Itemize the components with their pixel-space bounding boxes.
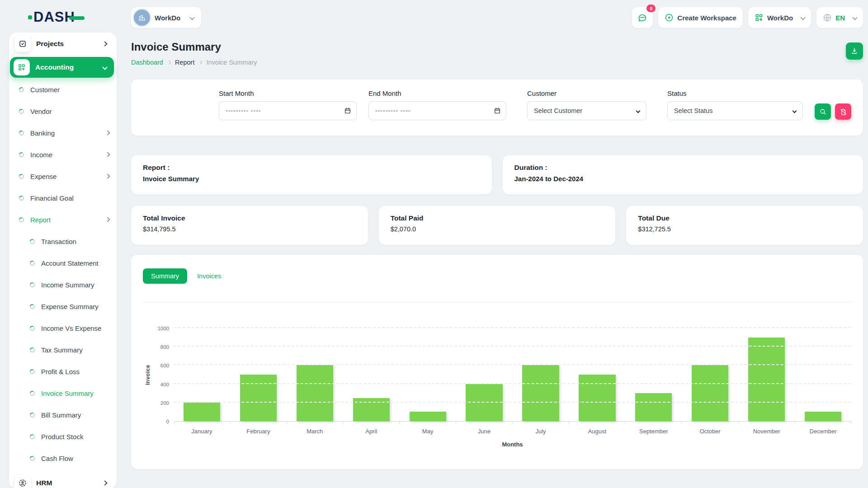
bar-february[interactable]: [240, 375, 277, 421]
bar-november[interactable]: [748, 338, 785, 421]
x-tick: [399, 422, 456, 424]
sidebar-item-product-stock[interactable]: Product Stock: [9, 431, 117, 442]
sidebar-item-tax-summary[interactable]: Tax Summary: [9, 344, 117, 355]
sidebar-item-income[interactable]: Income: [9, 149, 117, 160]
end-month-field: End Month: [368, 89, 506, 120]
messages-button[interactable]: 0: [632, 7, 653, 28]
bar-may[interactable]: [410, 412, 446, 421]
bullet-icon: [19, 152, 24, 157]
start-month-input[interactable]: [219, 101, 357, 120]
chevron-right-icon: [102, 41, 107, 46]
bar-december[interactable]: [805, 412, 841, 421]
tab-invoices[interactable]: Invoices: [192, 268, 226, 284]
hrm-person-icon: [14, 475, 31, 488]
language-selector[interactable]: EN: [816, 7, 863, 28]
sidebar-item-label: Banking: [30, 129, 55, 137]
sidebar-item-label: Vendor: [30, 108, 52, 115]
sidebar-item-projects[interactable]: Projects: [13, 35, 113, 52]
total-due-value: $312,725.5: [638, 225, 851, 233]
download-button[interactable]: [846, 42, 863, 60]
bar-band-may: [400, 328, 456, 421]
sidebar-item-income-summary[interactable]: Income Summary: [9, 279, 117, 290]
logo-dot: [28, 15, 32, 19]
x-tick: [456, 422, 512, 424]
sidebar-item-report[interactable]: Report: [9, 214, 117, 225]
sidebar-item-income-vs-expense[interactable]: Income Vs Expense: [9, 323, 117, 333]
create-workspace-button[interactable]: Create Workspace: [658, 7, 743, 28]
x-tick: [681, 422, 738, 424]
status-select[interactable]: Select Status: [667, 101, 803, 120]
end-month-input[interactable]: [368, 101, 506, 120]
y-tick-label: 600: [160, 363, 169, 368]
workspace-menu[interactable]: WorkDo: [748, 7, 811, 28]
x-tick: [287, 422, 343, 424]
dash-logo[interactable]: DASH: [9, 6, 118, 28]
sidebar-item-label: Financial Goal: [30, 194, 74, 202]
workspace-name: WorkDo: [155, 14, 180, 22]
sidebar-item-cash-flow[interactable]: Cash Flow: [9, 453, 117, 464]
y-tick-label: 0: [166, 419, 169, 424]
sidebar-item-customer[interactable]: Customer: [9, 84, 117, 95]
sidebar-item-invoice-summary[interactable]: Invoice Summary: [9, 388, 117, 399]
chevron-down-icon: [852, 15, 857, 20]
total-due-card: Total Due$312,725.5: [626, 206, 863, 245]
sidebar-item-expense-summary[interactable]: Expense Summary: [9, 301, 117, 312]
sidebar-item-label: Expense: [30, 173, 57, 180]
tab-summary[interactable]: Summary: [143, 268, 187, 284]
bar-july[interactable]: [522, 365, 559, 421]
customer-select[interactable]: Select Customer: [527, 101, 646, 120]
breadcrumb-dashboard[interactable]: Dashboard: [131, 59, 163, 66]
sidebar-item-profit-loss[interactable]: Profit & Loss: [9, 366, 117, 377]
bar-september[interactable]: [635, 393, 672, 421]
bullet-icon: [19, 131, 24, 136]
chart-tabs: Summary Invoices: [143, 268, 851, 284]
total-invoice-card: Total Invoice$314,795.5: [131, 206, 368, 245]
sidebar-item-accounting[interactable]: Accounting: [10, 57, 114, 78]
page-title-block: Invoice Summary DashboardReportInvoice S…: [131, 41, 257, 66]
sidebar-item-hrm[interactable]: HRM: [13, 474, 113, 488]
bullet-icon: [30, 261, 35, 266]
breadcrumb-report[interactable]: Report: [175, 59, 195, 66]
workspace-selector[interactable]: WorkDo: [131, 7, 201, 28]
search-button[interactable]: [815, 103, 831, 120]
bar-january[interactable]: [184, 403, 220, 421]
sidebar-item-expense[interactable]: Expense: [9, 171, 117, 182]
sidebar-item-transaction[interactable]: Transaction: [9, 236, 117, 247]
bullet-icon: [30, 347, 35, 352]
x-label-march: March: [287, 428, 343, 435]
logo-text: DASH: [33, 9, 75, 25]
sidebar-item-label: Income Vs Expense: [41, 324, 101, 332]
sidebar-item-banking[interactable]: Banking: [9, 127, 117, 138]
total-invoice-label: Total Invoice: [143, 214, 356, 222]
breadcrumb-separator-icon: [198, 61, 202, 64]
bar-band-august: [569, 328, 625, 421]
sidebar-nav-panel: Projects Accounting CustomerVendorBankin…: [9, 33, 117, 488]
sidebar-item-label: HRM: [36, 479, 52, 487]
app-root: DASH Projects Accounting CustomerVendorB…: [0, 0, 868, 488]
bullet-icon: [30, 304, 35, 309]
x-tick: [512, 422, 569, 424]
x-axis-labels: JanuaryFebruaryMarchAprilMayJuneJulyAugu…: [174, 428, 851, 435]
bar-band-february: [230, 328, 287, 421]
sidebar-item-financial-goal[interactable]: Financial Goal: [9, 192, 117, 203]
chevron-down-icon: [800, 15, 805, 20]
sidebar-item-label: Report: [30, 216, 51, 224]
sidebar-item-label: Account Statement: [41, 259, 99, 267]
duration-card: Duration : Jan-2024 to Dec-2024: [503, 155, 863, 194]
bar-october[interactable]: [692, 365, 728, 421]
duration-card-value: Jan-2024 to Dec-2024: [514, 175, 852, 183]
chevron-down-icon: [793, 108, 797, 113]
plot-area: [174, 328, 851, 422]
y-tick-label: 400: [160, 382, 169, 387]
chevron-down-icon: [190, 15, 195, 20]
bullet-icon: [30, 391, 35, 396]
sidebar-item-account-statement[interactable]: Account Statement: [9, 258, 117, 268]
sidebar-submenu: CustomerVendorBankingIncomeExpenseFinanc…: [9, 84, 117, 464]
bar-august[interactable]: [579, 375, 615, 421]
chevron-down-icon: [636, 108, 641, 113]
sidebar-item-bill-summary[interactable]: Bill Summary: [9, 409, 117, 420]
bar-march[interactable]: [297, 365, 333, 421]
total-paid-card: Total Paid$2,070.0: [379, 206, 616, 245]
reset-filter-button[interactable]: [835, 103, 851, 120]
sidebar-item-vendor[interactable]: Vendor: [9, 106, 117, 117]
